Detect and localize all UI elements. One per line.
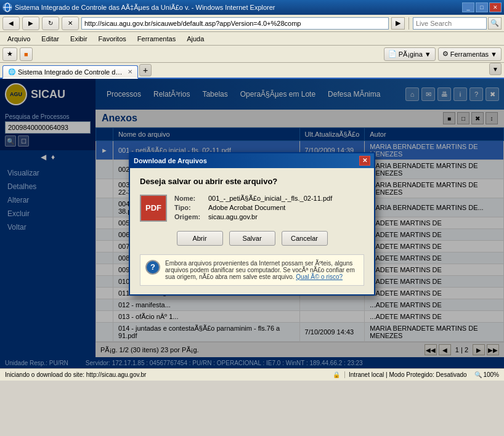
dialog-title-bar: Download de Arquivos ✕ bbox=[130, 153, 374, 168]
tab-title: Sistema Integrado de Controle das AÃ‡Ãµ.… bbox=[18, 68, 125, 76]
warning-text: Embora arquivos provenientes da Internet… bbox=[165, 260, 359, 280]
menu-ferramentas[interactable]: Ferramentas bbox=[132, 34, 181, 44]
forward-button[interactable]: ▶ bbox=[22, 17, 39, 30]
page-icon: 📄 bbox=[388, 50, 397, 58]
file-name-label: Nome: bbox=[174, 195, 208, 202]
download-dialog: Download de Arquivos ✕ Deseja salvar ou … bbox=[129, 152, 375, 296]
back-button[interactable]: ◀ bbox=[2, 17, 20, 30]
tools-label: Ferramentas bbox=[450, 50, 489, 58]
tools-btn[interactable]: ⚙ Ferramentas ▼ bbox=[438, 47, 502, 61]
dialog-overlay: Download de Arquivos ✕ Deseja salvar ou … bbox=[0, 79, 504, 368]
rss-icon: ■ bbox=[24, 50, 28, 58]
menu-ajuda[interactable]: Ajuda bbox=[182, 34, 209, 44]
warning-icon: ? bbox=[145, 260, 160, 275]
separator bbox=[408, 17, 409, 30]
dialog-close-button[interactable]: ✕ bbox=[359, 156, 370, 166]
menu-bar: Arquivo Editar Exibir Favoritos Ferramen… bbox=[0, 32, 504, 46]
pdf-icon: PDF bbox=[140, 195, 167, 222]
tools-icon: ⚙ bbox=[442, 50, 449, 58]
address-input[interactable] bbox=[81, 17, 389, 30]
close-button[interactable]: ✕ bbox=[489, 2, 502, 12]
status-zone: Intranet local | Modo Protegido: Desativ… bbox=[344, 371, 471, 378]
menu-exibir[interactable]: Exibir bbox=[65, 34, 92, 44]
tab-bar: 🌐 Sistema Integrado de Controle das AÃ‡Ã… bbox=[0, 63, 504, 79]
risk-link[interactable]: Qual Ã© o risco? bbox=[296, 273, 343, 280]
file-name-row: Nome: 001_-_petiÃ§Ã£o_inicial_-_fls._02-… bbox=[174, 195, 364, 202]
file-name-value: 001_-_petiÃ§Ã£o_inicial_-_fls._02-11.pdf bbox=[208, 195, 332, 202]
status-bar: Iniciando o download do site: http://sic… bbox=[0, 368, 504, 381]
menu-favoritos[interactable]: Favoritos bbox=[94, 34, 131, 44]
tab-favicon: 🌐 bbox=[8, 68, 15, 75]
menu-editar[interactable]: Editar bbox=[36, 34, 64, 44]
lock-icon: 🔒 bbox=[332, 371, 341, 379]
menu-arquivo[interactable]: Arquivo bbox=[2, 34, 35, 44]
tab-close-icon[interactable]: ✕ bbox=[128, 68, 132, 75]
file-type-row: Tipo: Adobe Acrobat Document bbox=[174, 204, 364, 211]
browser-title-bar: Sistema Integrado de Controle das AÃ‡Ãµe… bbox=[0, 0, 504, 15]
open-button[interactable]: Abrir bbox=[177, 231, 223, 246]
restore-button[interactable]: □ bbox=[476, 2, 488, 12]
file-type-value: Adobe Acrobat Document bbox=[208, 204, 285, 211]
file-origin-value: sicau.agu.gov.br bbox=[208, 213, 258, 220]
page-btn[interactable]: 📄 PÃ¡gina ▼ bbox=[384, 47, 436, 61]
status-right: 🔒 Intranet local | Modo Protegido: Desat… bbox=[332, 371, 499, 379]
search-input[interactable] bbox=[413, 17, 487, 30]
pdf-icon-text: PDF bbox=[145, 203, 161, 212]
status-url: Iniciando o download do site: http://sic… bbox=[5, 371, 146, 378]
cancel-button[interactable]: Cancelar bbox=[282, 231, 328, 246]
file-details: Nome: 001_-_petiÃ§Ã£o_inicial_-_fls._02-… bbox=[174, 195, 364, 222]
go-button[interactable]: ▶ bbox=[391, 17, 405, 30]
browser-title: Sistema Integrado de Controle das AÃ‡Ãµe… bbox=[15, 4, 462, 11]
dialog-title: Download de Arquivos bbox=[134, 157, 359, 164]
zoom-icon: 🔍 bbox=[474, 371, 482, 378]
bookmarks-bar: ★ ■ 📄 PÃ¡gina ▼ ⚙ Ferramentas ▼ bbox=[0, 46, 504, 63]
page-label: PÃ¡gina bbox=[399, 50, 423, 58]
status-zoom: 🔍 100% bbox=[474, 371, 499, 378]
minimize-button[interactable]: _ bbox=[462, 2, 474, 12]
sicau-app: AGU SICAU Processos RelatÃ³rios Tabelas … bbox=[0, 79, 504, 368]
stop-button[interactable]: ✕ bbox=[62, 17, 79, 30]
tab-list-button[interactable]: ▼ bbox=[489, 63, 502, 75]
rss-btn[interactable]: ■ bbox=[20, 47, 33, 61]
save-button[interactable]: Salvar bbox=[229, 231, 275, 246]
file-origin-label: Origem: bbox=[174, 213, 208, 220]
file-type-label: Tipo: bbox=[174, 204, 208, 211]
tools-dropdown-icon: ▼ bbox=[490, 50, 497, 58]
dialog-file-info: PDF Nome: 001_-_petiÃ§Ã£o_inicial_-_fls.… bbox=[140, 195, 364, 222]
ie-icon bbox=[2, 2, 12, 12]
new-tab-button[interactable]: + bbox=[139, 64, 152, 76]
refresh-button[interactable]: ↻ bbox=[42, 17, 59, 30]
page-dropdown-icon: ▼ bbox=[425, 50, 431, 58]
dialog-content: Deseja salvar ou abrir este arquivo? PDF… bbox=[130, 168, 374, 294]
favorites-star[interactable]: ★ bbox=[2, 47, 17, 61]
dialog-warning: ? Embora arquivos provenientes da Intern… bbox=[140, 254, 364, 286]
active-tab[interactable]: 🌐 Sistema Integrado de Controle das AÃ‡Ã… bbox=[2, 65, 138, 79]
search-button[interactable]: 🔍 bbox=[488, 17, 502, 30]
file-origin-row: Origem: sicau.agu.gov.br bbox=[174, 213, 364, 220]
address-bar: ◀ ▶ ↻ ✕ ▶ 🔍 bbox=[0, 15, 504, 32]
dialog-question: Deseja salvar ou abrir este arquivo? bbox=[140, 177, 364, 186]
dialog-buttons: Abrir Salvar Cancelar bbox=[140, 231, 364, 246]
star-icon: ★ bbox=[7, 50, 13, 58]
status-left: Iniciando o download do site: http://sic… bbox=[5, 371, 146, 378]
search-bar: 🔍 bbox=[413, 17, 502, 30]
